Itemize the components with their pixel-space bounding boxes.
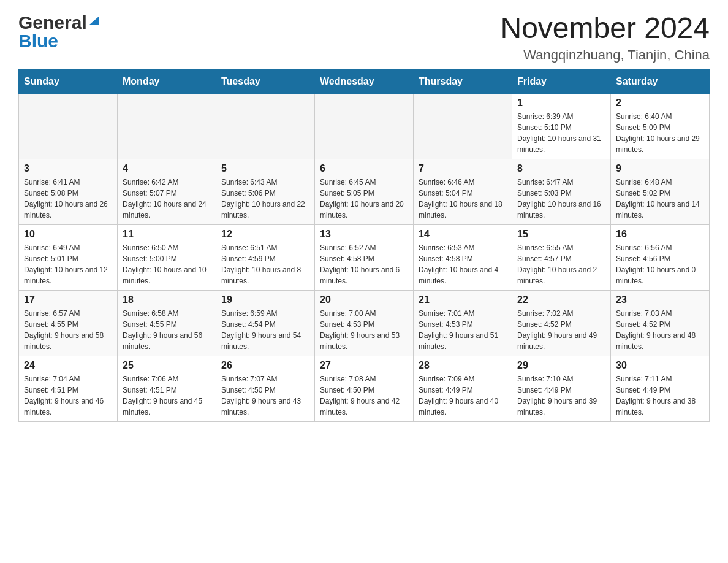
col-tuesday: Tuesday xyxy=(216,69,315,93)
table-row: 24Sunrise: 7:04 AMSunset: 4:51 PMDayligh… xyxy=(19,356,118,421)
col-friday: Friday xyxy=(512,69,611,93)
day-number: 1 xyxy=(517,98,605,109)
day-info: Sunrise: 7:10 AMSunset: 4:49 PMDaylight:… xyxy=(517,373,605,418)
day-info: Sunrise: 6:53 AMSunset: 4:58 PMDaylight:… xyxy=(419,242,507,286)
day-info: Sunrise: 6:45 AMSunset: 5:05 PMDaylight:… xyxy=(320,177,408,221)
day-number: 20 xyxy=(320,294,408,305)
day-number: 25 xyxy=(123,360,211,371)
title-block: November 2024 Wangqinzhuang, Tianjin, Ch… xyxy=(500,12,710,63)
table-row xyxy=(315,93,414,159)
table-row: 5Sunrise: 6:43 AMSunset: 5:06 PMDaylight… xyxy=(216,159,315,224)
day-info: Sunrise: 6:56 AMSunset: 4:56 PMDaylight:… xyxy=(616,242,704,286)
day-number: 16 xyxy=(616,229,704,240)
day-number: 24 xyxy=(24,360,112,371)
day-number: 8 xyxy=(517,163,605,174)
day-info: Sunrise: 6:39 AMSunset: 5:10 PMDaylight:… xyxy=(517,111,605,155)
logo-blue: Blue xyxy=(18,31,58,52)
calendar-week-row: 10Sunrise: 6:49 AMSunset: 5:01 PMDayligh… xyxy=(19,224,710,290)
day-number: 22 xyxy=(517,294,605,305)
calendar-table: Sunday Monday Tuesday Wednesday Thursday… xyxy=(18,69,710,422)
day-number: 21 xyxy=(419,294,507,305)
day-number: 11 xyxy=(123,229,211,240)
location-subtitle: Wangqinzhuang, Tianjin, China xyxy=(500,47,710,63)
day-info: Sunrise: 6:48 AMSunset: 5:02 PMDaylight:… xyxy=(616,177,704,221)
day-info: Sunrise: 6:40 AMSunset: 5:09 PMDaylight:… xyxy=(616,111,704,155)
table-row: 16Sunrise: 6:56 AMSunset: 4:56 PMDayligh… xyxy=(611,224,710,290)
day-number: 30 xyxy=(616,360,704,371)
table-row: 21Sunrise: 7:01 AMSunset: 4:53 PMDayligh… xyxy=(414,290,512,356)
day-number: 10 xyxy=(24,229,112,240)
col-monday: Monday xyxy=(118,69,216,93)
day-number: 26 xyxy=(221,360,309,371)
svg-marker-0 xyxy=(89,17,99,25)
day-number: 17 xyxy=(24,294,112,305)
table-row: 28Sunrise: 7:09 AMSunset: 4:49 PMDayligh… xyxy=(414,356,512,421)
day-number: 14 xyxy=(419,229,507,240)
day-number: 7 xyxy=(419,163,507,174)
table-row: 23Sunrise: 7:03 AMSunset: 4:52 PMDayligh… xyxy=(611,290,710,356)
day-number: 19 xyxy=(221,294,309,305)
day-info: Sunrise: 7:03 AMSunset: 4:52 PMDaylight:… xyxy=(616,308,704,352)
day-info: Sunrise: 6:43 AMSunset: 5:06 PMDaylight:… xyxy=(221,177,309,221)
table-row: 25Sunrise: 7:06 AMSunset: 4:51 PMDayligh… xyxy=(118,356,216,421)
table-row: 9Sunrise: 6:48 AMSunset: 5:02 PMDaylight… xyxy=(611,159,710,224)
day-number: 15 xyxy=(517,229,605,240)
day-info: Sunrise: 6:41 AMSunset: 5:08 PMDaylight:… xyxy=(24,177,112,221)
table-row: 7Sunrise: 6:46 AMSunset: 5:04 PMDaylight… xyxy=(414,159,512,224)
day-number: 4 xyxy=(123,163,211,174)
day-number: 9 xyxy=(616,163,704,174)
day-number: 27 xyxy=(320,360,408,371)
calendar-week-row: 1Sunrise: 6:39 AMSunset: 5:10 PMDaylight… xyxy=(19,93,710,159)
day-number: 29 xyxy=(517,360,605,371)
col-thursday: Thursday xyxy=(414,69,512,93)
table-row: 14Sunrise: 6:53 AMSunset: 4:58 PMDayligh… xyxy=(414,224,512,290)
day-info: Sunrise: 6:55 AMSunset: 4:57 PMDaylight:… xyxy=(517,242,605,286)
day-info: Sunrise: 6:51 AMSunset: 4:59 PMDaylight:… xyxy=(221,242,309,286)
day-info: Sunrise: 7:09 AMSunset: 4:49 PMDaylight:… xyxy=(419,373,507,418)
day-info: Sunrise: 7:00 AMSunset: 4:53 PMDaylight:… xyxy=(320,308,408,352)
table-row: 19Sunrise: 6:59 AMSunset: 4:54 PMDayligh… xyxy=(216,290,315,356)
day-info: Sunrise: 6:58 AMSunset: 4:55 PMDaylight:… xyxy=(123,308,211,352)
table-row: 17Sunrise: 6:57 AMSunset: 4:55 PMDayligh… xyxy=(19,290,118,356)
day-number: 2 xyxy=(616,98,704,109)
table-row: 29Sunrise: 7:10 AMSunset: 4:49 PMDayligh… xyxy=(512,356,611,421)
table-row: 8Sunrise: 6:47 AMSunset: 5:03 PMDaylight… xyxy=(512,159,611,224)
table-row: 26Sunrise: 7:07 AMSunset: 4:50 PMDayligh… xyxy=(216,356,315,421)
day-info: Sunrise: 7:06 AMSunset: 4:51 PMDaylight:… xyxy=(123,373,211,418)
day-info: Sunrise: 6:46 AMSunset: 5:04 PMDaylight:… xyxy=(419,177,507,221)
table-row: 18Sunrise: 6:58 AMSunset: 4:55 PMDayligh… xyxy=(118,290,216,356)
day-number: 6 xyxy=(320,163,408,174)
day-info: Sunrise: 7:01 AMSunset: 4:53 PMDaylight:… xyxy=(419,308,507,352)
table-row: 20Sunrise: 7:00 AMSunset: 4:53 PMDayligh… xyxy=(315,290,414,356)
table-row: 4Sunrise: 6:42 AMSunset: 5:07 PMDaylight… xyxy=(118,159,216,224)
table-row: 22Sunrise: 7:02 AMSunset: 4:52 PMDayligh… xyxy=(512,290,611,356)
table-row: 1Sunrise: 6:39 AMSunset: 5:10 PMDaylight… xyxy=(512,93,611,159)
page-header: General Blue November 2024 Wangqinzhuang… xyxy=(18,12,710,63)
table-row xyxy=(19,93,118,159)
month-year-title: November 2024 xyxy=(500,12,710,45)
calendar-header-row: Sunday Monday Tuesday Wednesday Thursday… xyxy=(19,69,710,93)
day-info: Sunrise: 6:57 AMSunset: 4:55 PMDaylight:… xyxy=(24,308,112,352)
col-wednesday: Wednesday xyxy=(315,69,414,93)
day-number: 23 xyxy=(616,294,704,305)
day-info: Sunrise: 6:47 AMSunset: 5:03 PMDaylight:… xyxy=(517,177,605,221)
day-info: Sunrise: 6:42 AMSunset: 5:07 PMDaylight:… xyxy=(123,177,211,221)
col-sunday: Sunday xyxy=(19,69,118,93)
table-row: 27Sunrise: 7:08 AMSunset: 4:50 PMDayligh… xyxy=(315,356,414,421)
day-info: Sunrise: 6:50 AMSunset: 5:00 PMDaylight:… xyxy=(123,242,211,286)
day-number: 12 xyxy=(221,229,309,240)
calendar-week-row: 3Sunrise: 6:41 AMSunset: 5:08 PMDaylight… xyxy=(19,159,710,224)
col-saturday: Saturday xyxy=(611,69,710,93)
table-row: 2Sunrise: 6:40 AMSunset: 5:09 PMDaylight… xyxy=(611,93,710,159)
table-row: 15Sunrise: 6:55 AMSunset: 4:57 PMDayligh… xyxy=(512,224,611,290)
table-row: 10Sunrise: 6:49 AMSunset: 5:01 PMDayligh… xyxy=(19,224,118,290)
table-row xyxy=(414,93,512,159)
table-row xyxy=(118,93,216,159)
logo-triangle-icon xyxy=(88,14,100,26)
day-info: Sunrise: 6:59 AMSunset: 4:54 PMDaylight:… xyxy=(221,308,309,352)
day-number: 5 xyxy=(221,163,309,174)
table-row: 6Sunrise: 6:45 AMSunset: 5:05 PMDaylight… xyxy=(315,159,414,224)
day-info: Sunrise: 7:02 AMSunset: 4:52 PMDaylight:… xyxy=(517,308,605,352)
calendar-week-row: 17Sunrise: 6:57 AMSunset: 4:55 PMDayligh… xyxy=(19,290,710,356)
logo-general: General xyxy=(18,12,87,33)
